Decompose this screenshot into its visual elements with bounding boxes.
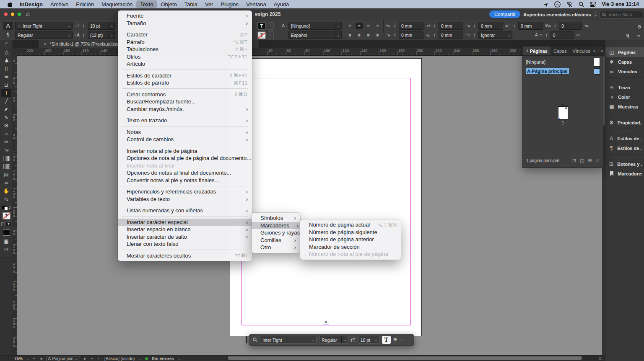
view-options-icon[interactable]: ⊡ <box>0 245 13 254</box>
font-size-field[interactable]: 10 pt ⌄ <box>358 336 379 344</box>
left-indent-field[interactable]: 0 mm <box>399 22 423 30</box>
chevron-down-icon[interactable]: ⌄ <box>373 336 379 343</box>
menu-item-numero-de-pagina-siguiente[interactable]: Número de página siguiente <box>300 229 401 236</box>
panel-menu-icon[interactable]: ≡ <box>601 49 603 53</box>
dock-item-paginas[interactable]: ◫Páginas <box>605 47 644 57</box>
chevron-down-icon[interactable]: ⌄ <box>108 22 114 29</box>
send-icon[interactable]: ➤ <box>543 0 550 8</box>
last-page-button[interactable]: ⇥ <box>90 357 93 361</box>
leading-field[interactable]: (12 pt) ⌄ <box>88 31 115 39</box>
horizontal-ruler[interactable]: 2202001801601404060801001201401601802002… <box>17 48 602 56</box>
panel-drag-handle[interactable]: ······ <box>605 79 644 83</box>
rectangle-frame-tool-icon[interactable]: ⊠ <box>0 122 13 130</box>
adobe-stock-search[interactable] <box>600 11 643 18</box>
numbered-list-icon[interactable]: ¹≡ <box>576 33 581 37</box>
chevron-down-icon[interactable]: ⌄ <box>335 22 341 29</box>
menu-item-cambiar-mayus-minus[interactable]: Cambiar mayús./minús.› <box>118 106 252 113</box>
leading-stepper[interactable]: ▴▾ <box>82 33 86 37</box>
menu-item-insertar-caracter-especial[interactable]: Insertar carácter especial› <box>118 219 252 226</box>
menu-item-listas-numeradas-y-con-vinetas[interactable]: Listas numeradas y con viñetas› <box>118 207 252 214</box>
primary-text-frame-badge[interactable]: A <box>323 319 329 325</box>
panel-resize-handle[interactable]: ······ <box>523 165 603 168</box>
screen-mode-icon[interactable]: ▣ <box>0 237 13 245</box>
menu-item-articulo[interactable]: Artículo <box>118 60 252 68</box>
page-thumbnail[interactable]: A <box>558 106 568 120</box>
character-formatting-mode-button[interactable]: A <box>3 22 13 30</box>
minimize-window-button[interactable] <box>11 13 14 16</box>
master-page-swatch[interactable] <box>594 58 600 67</box>
menubar-item-ayuda[interactable]: Ayuda <box>270 0 293 8</box>
menubar-item-maquetacion[interactable]: Maquetación <box>98 0 136 8</box>
preflight-icon[interactable]: ◔˒ <box>97 356 101 361</box>
menubar-item-edicion[interactable]: Edición <box>72 0 98 8</box>
dock-item-capas[interactable]: ❖Capas <box>605 57 644 67</box>
gradient-swatch-tool-icon[interactable] <box>0 155 13 163</box>
menubar-item-plugins[interactable]: Plugins <box>217 0 242 8</box>
selection-tool-icon[interactable]: ▷ <box>0 48 13 57</box>
space-after-stepper[interactable]: ▴▾ <box>512 24 516 28</box>
dock-item-propiedad[interactable]: ⚙Propiedad... <box>605 118 644 127</box>
menu-item-marcadores[interactable]: Marcadores› <box>252 222 300 229</box>
last-line-indent-field[interactable]: 0 mm <box>439 31 463 39</box>
close-window-button[interactable] <box>4 13 8 16</box>
font-style-field[interactable]: Regular ⌄ <box>15 31 73 39</box>
justify-center-button[interactable]: ≡ <box>346 32 353 39</box>
spotlight-icon[interactable] <box>579 2 584 7</box>
menu-item-estilos-de-caracter[interactable]: Estilos de carácter⇧⌘F11 <box>118 72 252 80</box>
panel-tab-capas[interactable]: Capas <box>551 46 570 55</box>
space-before-stepper[interactable]: ▴▾ <box>473 24 476 28</box>
wifi-off-icon[interactable] <box>566 2 573 7</box>
menu-item-mostrar-caracteres-ocultos[interactable]: Mostrar caracteres ocultos⌥⌘I <box>118 252 252 260</box>
hand-tool-icon[interactable]: ✋ <box>0 187 13 196</box>
panel-drag-handle[interactable]: ······ <box>605 130 644 134</box>
panel-tab-vinculos[interactable]: Vínculos <box>570 46 593 55</box>
panel-drag-handle[interactable]: ······ <box>605 156 644 159</box>
alignment-icon[interactable]: ≣ <box>393 337 397 343</box>
master-page-row[interactable]: [Ninguna] <box>523 57 603 67</box>
eyedropper-tool-icon[interactable]: ✑ <box>0 179 13 187</box>
stock-search-input[interactable] <box>608 12 639 18</box>
dock-item-marcadores[interactable]: Marcadores <box>605 169 644 178</box>
panel-drag-handle[interactable]: ······ <box>605 114 644 118</box>
scrollbar-thumb[interactable] <box>228 356 582 360</box>
fill-options-button[interactable]: › <box>268 22 274 30</box>
document-page[interactable]: A <box>230 59 421 336</box>
chevron-down-icon[interactable]: ⌄ <box>26 357 29 361</box>
menu-item-tamano[interactable]: Tamaño› <box>118 20 252 27</box>
right-indent-stepper[interactable]: ▴▾ <box>433 24 436 28</box>
dock-item-muestras[interactable]: ▦Muestras <box>605 102 644 111</box>
note-tool-icon[interactable]: ▤ <box>0 171 13 179</box>
fill-color-box[interactable] <box>3 229 10 236</box>
text-fill-proxy[interactable]: T <box>257 22 266 30</box>
menubar-item-archivo[interactable]: Archivo <box>47 0 72 8</box>
panel-tab-paginas[interactable]: ⇕Páginas <box>523 46 551 55</box>
menu-item-insertar-caracter-de-salto[interactable]: Insertar carácter de salto› <box>118 233 252 241</box>
bullet-list-icon[interactable]: •≡ <box>584 23 589 28</box>
first-line-indent-stepper[interactable]: ▴▾ <box>393 33 397 37</box>
font-style-field[interactable]: Regular ⌄ <box>319 336 348 344</box>
control-center-icon[interactable] <box>590 2 596 7</box>
menu-item-caracter[interactable]: Carácter⌘T <box>118 31 252 39</box>
chevron-down-icon[interactable]: ⌄ <box>66 22 72 29</box>
previous-page-button[interactable]: ◀ <box>39 357 42 361</box>
taskbar-drag-handle[interactable] <box>246 336 247 343</box>
menu-item-guiones-y-rayas[interactable]: Guiones y rayas› <box>252 229 300 237</box>
edit-page-size-icon[interactable]: ⊡ <box>572 158 576 163</box>
create-spread-icon[interactable]: ◫ <box>580 158 584 163</box>
workspace-switcher[interactable]: Aspectos esenciales clásicos ⌄ <box>523 12 597 18</box>
scrollbar-options-icon[interactable]: ▢ <box>598 356 602 360</box>
character-style-field[interactable]: [Ninguno] ⌄ <box>288 22 342 30</box>
new-page-icon[interactable]: ⊞ <box>588 158 592 163</box>
dock-item-estilos-de[interactable]: AEstilos de ... <box>605 134 644 143</box>
menubar-item-texto[interactable]: Texto <box>136 0 157 8</box>
gradient-feather-tool-icon[interactable] <box>0 162 13 171</box>
menu-item-llenar-con-texto-falso[interactable]: Llenar con texto falso <box>118 240 252 248</box>
menubar-item-indesign[interactable]: InDesign <box>16 0 47 8</box>
last-line-indent-stepper[interactable]: ▴▾ <box>433 33 436 37</box>
dock-item-trazo[interactable]: ≣Trazo <box>605 83 644 92</box>
zoom-window-button[interactable] <box>18 13 21 16</box>
drop-cap-chars-stepper[interactable]: ▴▾ <box>545 33 548 37</box>
align-right-button[interactable]: ≡ <box>365 23 372 29</box>
line-tool-icon[interactable]: ╱ <box>0 97 13 106</box>
ellipse-tool-icon[interactable]: ○ <box>0 130 13 138</box>
